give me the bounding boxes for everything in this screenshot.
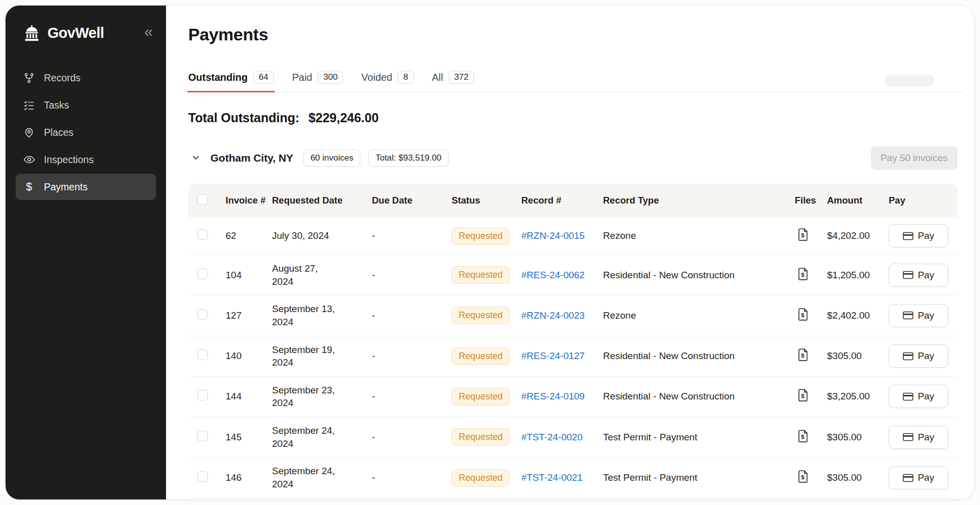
record-link[interactable]: #RES-24-0127 (521, 350, 585, 361)
status-badge: Requested (452, 469, 510, 487)
map-pin-icon (23, 127, 35, 138)
invoice-file-icon[interactable]: $ (798, 389, 808, 401)
row-checkbox[interactable] (197, 309, 208, 320)
tab-all[interactable]: All 372 (432, 71, 474, 92)
total-outstanding-summary: Total Outstanding: $229,246.00 (188, 111, 963, 125)
credit-card-icon (903, 433, 913, 441)
record-link[interactable]: #RZN-24-0015 (521, 230, 585, 241)
invoice-file-icon[interactable]: $ (798, 308, 808, 321)
select-all-checkbox[interactable] (197, 194, 208, 205)
requested-date: July 30, 2024 (272, 229, 329, 242)
svg-text:$: $ (801, 393, 805, 399)
screenshot-canvas: GovWell « Records (0, 0, 980, 505)
pay-button[interactable]: Pay (889, 426, 948, 449)
record-link[interactable]: #RZN-24-0023 (521, 310, 585, 321)
tab-outstanding[interactable]: Outstanding 64 (188, 71, 274, 92)
due-date: - (372, 310, 452, 321)
group-invoice-count-badge: 60 invoices (303, 149, 360, 167)
row-checkbox[interactable] (197, 471, 208, 482)
table-row: 62 July 30, 2024 - Requested #RZN-24-001… (188, 217, 957, 255)
column-header-files: Files (795, 195, 827, 206)
invoice-number: 104 (226, 270, 272, 281)
svg-text:$: $ (801, 474, 805, 480)
invoice-file-icon[interactable]: $ (798, 470, 808, 483)
pay-button[interactable]: Pay (889, 224, 948, 247)
table-row: 144 September 23, 2024 - Requested #RES-… (188, 377, 957, 417)
tab-count-badge: 300 (318, 71, 343, 84)
column-header-invoice: Invoice # (226, 195, 272, 206)
invoice-file-icon[interactable]: $ (798, 228, 808, 241)
record-type: Test Permit - Payment (603, 432, 795, 443)
checklist-icon (23, 99, 35, 111)
record-link[interactable]: #TST-24-0021 (521, 472, 582, 483)
dollar-icon: $ (23, 180, 35, 193)
credit-card-icon (903, 232, 913, 240)
record-type: Test Permit - Payment (603, 472, 795, 483)
table-body: 62 July 30, 2024 - Requested #RZN-24-001… (188, 217, 957, 498)
table-row: 140 September 19, 2024 - Requested #RES-… (188, 336, 957, 377)
tab-label: Voided (361, 72, 392, 83)
requested-date: September 24, 2024 (272, 465, 342, 490)
svg-text:$: $ (801, 232, 805, 238)
logo-row: GovWell « (6, 6, 166, 42)
app-window: GovWell « Records (5, 5, 975, 500)
row-checkbox[interactable] (197, 269, 208, 279)
tab-voided[interactable]: Voided 8 (361, 71, 414, 92)
invoice-number: 127 (226, 310, 272, 321)
govwell-capitol-logo-icon (23, 24, 41, 42)
total-outstanding-amount: $229,246.00 (308, 111, 378, 125)
invoice-file-icon[interactable]: $ (798, 268, 808, 280)
invoice-amount: $305.00 (827, 472, 889, 483)
invoice-file-icon[interactable]: $ (798, 348, 808, 361)
row-checkbox[interactable] (197, 390, 208, 400)
credit-card-icon (903, 392, 913, 401)
record-type: Rezone (603, 230, 795, 241)
sidebar-item-label: Inspections (44, 154, 94, 166)
invoice-number: 144 (226, 391, 272, 402)
pay-button[interactable]: Pay (889, 304, 948, 327)
loading-placeholder-pill (885, 74, 934, 86)
status-badge: Requested (452, 227, 510, 245)
tab-paid[interactable]: Paid 300 (292, 71, 343, 92)
sidebar-item-tasks[interactable]: Tasks (16, 92, 156, 118)
sidebar-item-records[interactable]: Records (16, 65, 156, 91)
table-row: 127 September 13, 2024 - Requested #RZN-… (188, 295, 957, 336)
sidebar-collapse-button[interactable]: « (144, 24, 153, 42)
pay-button[interactable]: Pay (889, 385, 948, 408)
credit-card-icon (903, 352, 913, 361)
sidebar-item-payments[interactable]: $ Payments (16, 174, 156, 200)
record-type: Residential - New Construction (603, 391, 795, 402)
record-link[interactable]: #RES-24-0109 (521, 391, 585, 401)
chevron-down-icon (190, 152, 201, 165)
requested-date: August 27, 2024 (272, 262, 342, 288)
row-checkbox[interactable] (197, 349, 208, 360)
due-date: - (372, 472, 452, 483)
group-total-badge: Total: $93,519.00 (368, 149, 448, 167)
pay-button-label: Pay (918, 432, 935, 443)
status-badge: Requested (452, 388, 510, 406)
pay-button[interactable]: Pay (889, 264, 948, 287)
sidebar-item-inspections[interactable]: Inspections (16, 146, 156, 173)
sidebar-item-places[interactable]: Places (16, 119, 156, 145)
status-badge: Requested (452, 347, 510, 365)
group-collapse-button[interactable] (188, 150, 203, 167)
record-link[interactable]: #RES-24-0062 (521, 270, 585, 280)
invoice-amount: $305.00 (827, 432, 889, 443)
table-header-row: Invoice # Requested Date Due Date Status… (188, 184, 957, 217)
invoice-file-icon[interactable]: $ (798, 430, 808, 442)
record-link[interactable]: #TST-24-0020 (521, 432, 582, 442)
total-outstanding-label: Total Outstanding: (188, 111, 299, 125)
workflow-icon (23, 72, 35, 84)
pay-all-invoices-button[interactable]: Pay 50 invoices (871, 146, 957, 170)
svg-text:$: $ (801, 312, 805, 318)
invoice-amount: $3,205.00 (827, 391, 889, 402)
column-header-record: Record # (521, 195, 603, 206)
column-header-due-date: Due Date (372, 195, 452, 206)
pay-button[interactable]: Pay (889, 344, 948, 368)
tab-label: Outstanding (188, 72, 248, 83)
pay-button-label: Pay (918, 310, 935, 321)
row-checkbox[interactable] (197, 229, 208, 240)
row-checkbox[interactable] (197, 431, 208, 441)
pay-button[interactable]: Pay (889, 466, 948, 489)
due-date: - (372, 432, 452, 443)
